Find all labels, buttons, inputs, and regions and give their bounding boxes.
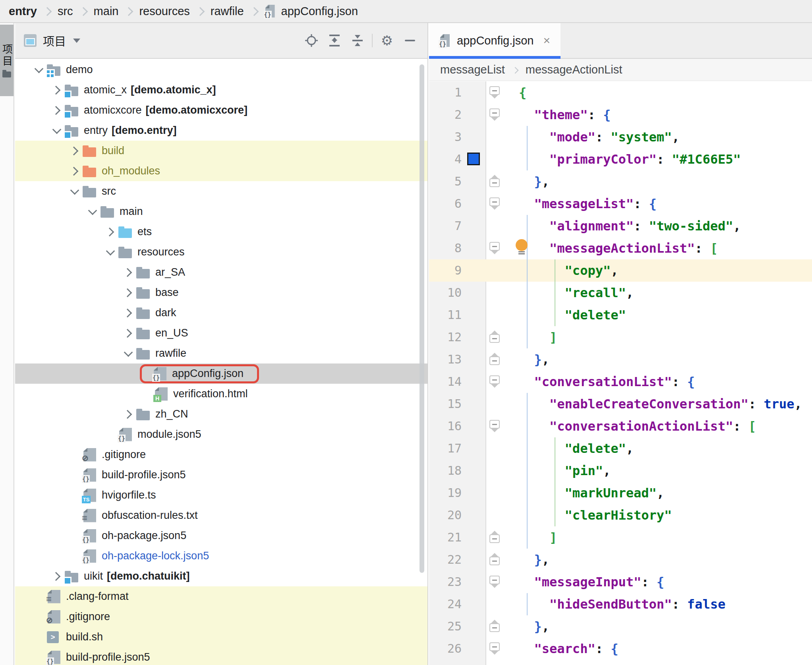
tree-item-ar-sa[interactable]: ar_SA [15,262,427,282]
chevron-right-icon[interactable] [49,568,65,584]
tree-item-ets[interactable]: ets [15,222,427,242]
fold-open-marker-icon[interactable] [489,242,500,251]
tree-item-src[interactable]: src [15,181,427,201]
breadcrumb-item-main[interactable]: main [94,5,119,18]
tree-item-build[interactable]: build [15,141,427,161]
breadcrumb-messagelist[interactable]: messageList [440,63,505,76]
fold-close-marker-icon[interactable] [489,534,500,543]
chevron-right-icon[interactable] [49,102,65,118]
settings-gear-button[interactable]: ⚙ [378,32,396,49]
chevron-right-icon[interactable] [120,265,136,280]
chevron-right-icon[interactable] [49,82,65,98]
fold-open-marker-icon[interactable] [489,86,500,95]
tree-item-uikit[interactable]: uikit[demo.chatuikit] [15,566,427,586]
tree-item-entry[interactable]: entry[demo.entry] [15,120,427,141]
tree-item--gitignore[interactable]: ⊘.gitignore [15,445,427,465]
code-line-12[interactable]: 12 ] [429,326,812,348]
tree-item-base[interactable]: base [15,282,427,303]
code-line-1[interactable]: 1{ [429,81,812,104]
fold-close-marker-icon[interactable] [489,623,500,632]
tree-item-build-sh[interactable]: >build.sh [15,627,427,647]
chevron-right-icon[interactable] [120,325,136,341]
tree-item-zh-cn[interactable]: zh_CN [15,404,427,424]
code-line-19[interactable]: 19 "markUnread", [429,482,812,504]
tree-scrollbar[interactable] [420,64,424,573]
code-line-7[interactable]: 7 "alignment": "two-sided", [429,215,812,237]
code-line-20[interactable]: 20 "clearHistory" [429,504,812,526]
expand-all-button[interactable] [326,32,343,49]
code-line-15[interactable]: 15 "enableCreateConversation": true, [429,393,812,415]
fold-open-marker-icon[interactable] [489,108,500,117]
collapse-all-button[interactable] [349,32,366,49]
code-line-13[interactable]: 13 }, [429,348,812,371]
locate-button[interactable] [303,32,320,49]
fold-close-marker-icon[interactable] [489,356,500,365]
tree-item-obfuscation-rules-txt[interactable]: ≡obfuscation-rules.txt [15,505,427,526]
hide-panel-button[interactable] [401,32,419,49]
tree-item--gitignore[interactable]: ⊘.gitignore [15,607,427,627]
tree-item-atomicxcore[interactable]: atomicxcore[demo.atomicxcore] [15,100,427,120]
fold-open-marker-icon[interactable] [489,576,500,584]
code-line-21[interactable]: 21 ] [429,526,812,549]
tree-item-oh-package-lock-json5[interactable]: {}oh-package-lock.json5 [15,546,427,566]
code-editor[interactable]: 1{2 "theme": {3 "mode": "system",4 "prim… [429,81,812,665]
code-line-9[interactable]: 9 "copy", [429,259,812,282]
chevron-down-icon[interactable] [102,244,118,260]
code-line-5[interactable]: 5 }, [429,170,812,193]
fold-close-marker-icon[interactable] [489,178,500,187]
breadcrumb-item-resources[interactable]: resources [139,5,189,18]
breadcrumb-item-entry[interactable]: entry [9,5,37,18]
fold-close-marker-icon[interactable] [489,334,500,343]
tool-window-project-tab[interactable]: 项目 [0,25,14,96]
chevron-right-icon[interactable] [102,224,118,240]
chevron-down-icon[interactable] [73,39,80,43]
code-line-2[interactable]: 2 "theme": { [429,104,812,126]
code-line-24[interactable]: 24 "hideSendButton": false [429,593,812,615]
breadcrumb-item-rawfile[interactable]: rawfile [211,5,244,18]
tree-item-oh-package-json5[interactable]: {}oh-package.json5 [15,526,427,546]
code-line-17[interactable]: 17 "delete", [429,437,812,460]
tree-item--clang-format[interactable]: ≡.clang-format [15,586,427,607]
chevron-down-icon[interactable] [120,346,136,361]
tree-item-resources[interactable]: resources [15,242,427,262]
tree-item-oh-modules[interactable]: oh_modules [15,161,427,181]
chevron-down-icon[interactable] [49,123,65,139]
code-line-10[interactable]: 10 "recall", [429,282,812,304]
code-line-8[interactable]: 8 "messageActionList": [ [429,237,812,259]
tree-item-verification-html[interactable]: Hverification.html [15,384,427,404]
code-line-16[interactable]: 16 "conversationActionList": [ [429,415,812,437]
color-swatch[interactable] [467,153,480,165]
chevron-right-icon[interactable] [120,305,136,321]
tree-item-main[interactable]: main [15,201,427,222]
code-line-25[interactable]: 25 }, [429,615,812,638]
fold-open-marker-icon[interactable] [489,642,500,651]
chevron-right-icon[interactable] [120,285,136,301]
tree-item-appconfig-json[interactable]: {}appConfig.json [15,363,427,384]
chevron-down-icon[interactable] [31,62,47,78]
code-line-11[interactable]: 11 "delete" [429,304,812,326]
fold-open-marker-icon[interactable] [489,197,500,206]
chevron-right-icon[interactable] [67,143,83,159]
code-line-6[interactable]: 6 "messageList": { [429,193,812,215]
tree-item-hvigorfile-ts[interactable]: TShvigorfile.ts [15,485,427,505]
code-line-22[interactable]: 22 }, [429,549,812,571]
code-line-26[interactable]: 26 "search": { [429,638,812,660]
intention-bulb-icon[interactable] [516,239,528,251]
chevron-right-icon[interactable] [120,406,136,422]
tab-close-icon[interactable]: × [543,34,550,47]
breadcrumb-item-src[interactable]: src [58,5,73,18]
editor-tab-appconfig[interactable]: {} appConfig.json × [429,23,561,58]
breadcrumb-item-appconfig[interactable]: appConfig.json [281,5,358,18]
tree-item-module-json5[interactable]: {}module.json5 [15,424,427,445]
tree-item-rawfile[interactable]: rawfile [15,343,427,363]
fold-close-marker-icon[interactable] [489,557,500,565]
tree-item-demo[interactable]: demo [15,60,427,80]
tree-item-atomic-x[interactable]: atomic_x[demo.atomic_x] [15,80,427,100]
chevron-down-icon[interactable] [67,184,83,199]
code-line-18[interactable]: 18 "pin", [429,460,812,482]
code-line-3[interactable]: 3 "mode": "system", [429,126,812,148]
tree-item-en-us[interactable]: en_US [15,323,427,343]
tree-item-dark[interactable]: dark [15,303,427,323]
tree-item-build-profile-json5[interactable]: {}build-profile.json5 [15,647,427,665]
fold-open-marker-icon[interactable] [489,375,500,384]
